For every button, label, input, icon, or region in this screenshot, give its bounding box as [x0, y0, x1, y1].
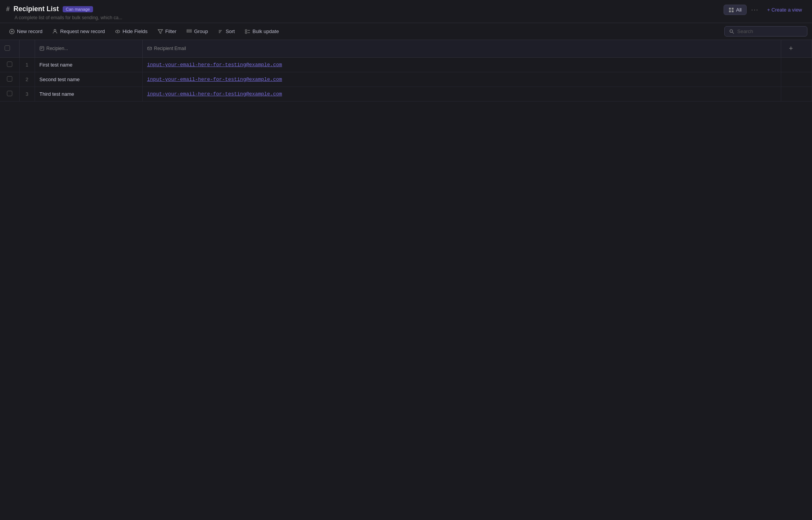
- group-icon: [186, 29, 192, 34]
- bulk-update-icon: [245, 29, 250, 34]
- email-field-icon: [147, 46, 152, 51]
- row-extra-1: [781, 58, 812, 72]
- request-new-record-button[interactable]: Request new record: [48, 26, 109, 37]
- row-number-3: 3: [19, 87, 35, 102]
- page-header: # Recipient List Can manage All ··· + Cr…: [0, 0, 812, 23]
- row-checkbox-cell[interactable]: [0, 87, 19, 102]
- svg-point-21: [730, 30, 732, 32]
- svg-rect-3: [732, 10, 734, 12]
- svg-point-9: [117, 31, 118, 32]
- eye-icon: [115, 29, 120, 34]
- add-column-button[interactable]: +: [786, 44, 796, 53]
- svg-rect-26: [148, 47, 151, 50]
- row-name-2[interactable]: Second test name: [35, 72, 142, 87]
- person-icon: [52, 29, 58, 34]
- hash-icon: #: [6, 6, 10, 13]
- data-table: Recipien... Recipient Email +: [0, 40, 812, 102]
- plus-icon: [9, 29, 15, 34]
- table-row: 3 Third test name input-your-email-here-…: [0, 87, 812, 102]
- filter-button[interactable]: Filter: [153, 26, 181, 37]
- svg-marker-10: [158, 30, 163, 33]
- can-manage-badge: Can manage: [63, 6, 93, 12]
- data-table-container: Recipien... Recipient Email +: [0, 40, 812, 102]
- th-select-all[interactable]: [0, 40, 19, 58]
- text-field-icon: [40, 46, 44, 51]
- row-number-2: 2: [19, 72, 35, 87]
- page-title: Recipient List: [13, 5, 59, 13]
- select-all-checkbox[interactable]: [5, 45, 10, 51]
- row-extra-2: [781, 72, 812, 87]
- svg-rect-17: [245, 30, 247, 31]
- hide-fields-button[interactable]: Hide Fields: [110, 26, 152, 37]
- row-checkbox-cell[interactable]: [0, 58, 19, 72]
- row-number-1: 1: [19, 58, 35, 72]
- row-checkbox-cell[interactable]: [0, 72, 19, 87]
- th-recipient-email[interactable]: Recipient Email: [142, 40, 781, 58]
- row-name-1[interactable]: First test name: [35, 58, 142, 72]
- svg-point-7: [54, 29, 56, 31]
- svg-rect-18: [245, 32, 247, 33]
- row-checkbox-1[interactable]: [7, 62, 12, 67]
- svg-rect-0: [729, 8, 731, 10]
- th-row-num: [19, 40, 35, 58]
- table-row: 2 Second test name input-your-email-here…: [0, 72, 812, 87]
- row-extra-3: [781, 87, 812, 102]
- create-view-button[interactable]: + Create a view: [763, 5, 806, 15]
- table-header-row: Recipien... Recipient Email +: [0, 40, 812, 58]
- svg-rect-11: [187, 30, 191, 31]
- th-add-column[interactable]: +: [781, 40, 812, 58]
- table-row: 1 First test name input-your-email-here-…: [0, 58, 812, 72]
- new-record-button[interactable]: New record: [5, 26, 47, 37]
- filter-icon: [158, 29, 163, 34]
- more-options-button[interactable]: ···: [749, 5, 761, 15]
- sort-icon: [218, 29, 223, 34]
- row-checkbox-3[interactable]: [7, 91, 12, 96]
- svg-rect-1: [732, 8, 734, 10]
- search-box[interactable]: [724, 26, 807, 37]
- grid-icon: [729, 7, 734, 13]
- bulk-update-button[interactable]: Bulk update: [240, 26, 284, 37]
- toolbar: New record Request new record Hide Field…: [0, 23, 812, 40]
- group-button[interactable]: Group: [182, 26, 213, 37]
- row-email-1[interactable]: input-your-email-here-for-testing@exampl…: [142, 58, 781, 72]
- search-input[interactable]: [737, 28, 802, 34]
- view-tabs: All ··· + Create a view: [724, 5, 806, 15]
- sort-button[interactable]: Sort: [213, 26, 240, 37]
- row-email-3[interactable]: input-your-email-here-for-testing@exampl…: [142, 87, 781, 102]
- svg-rect-2: [729, 10, 731, 12]
- tab-all[interactable]: All: [724, 5, 747, 15]
- th-recipient-name[interactable]: Recipien...: [35, 40, 142, 58]
- page-subtitle: A complete list of emails for bulk sendi…: [15, 15, 806, 20]
- svg-line-22: [732, 32, 734, 33]
- row-checkbox-2[interactable]: [7, 76, 12, 82]
- search-icon: [729, 29, 734, 34]
- row-email-2[interactable]: input-your-email-here-for-testing@exampl…: [142, 72, 781, 87]
- row-name-3[interactable]: Third test name: [35, 87, 142, 102]
- svg-rect-12: [187, 31, 191, 32]
